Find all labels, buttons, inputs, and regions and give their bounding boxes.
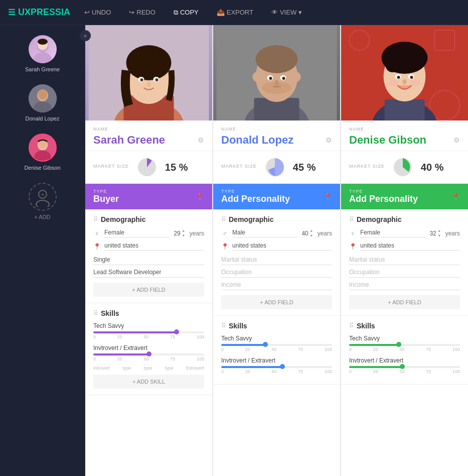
occupation-placeholder-denise[interactable]: Occupation — [349, 267, 460, 278]
skill-bar-2-sarah[interactable] — [93, 353, 204, 355]
type-section-sarah[interactable]: TYPE Buyer 📍 — [85, 184, 212, 209]
add-field-button-denise[interactable]: + ADD FIELD — [349, 295, 460, 309]
occupation-placeholder-donald[interactable]: Occupation — [221, 267, 332, 278]
avatar-add: + — [29, 183, 57, 211]
income-placeholder-denise[interactable]: Income — [349, 280, 460, 290]
type-section-donald[interactable]: TYPE Add Personality 📍 — [213, 184, 340, 209]
age-sarah[interactable]: 29 ▲▼ — [174, 228, 185, 238]
pie-chart-denise — [392, 156, 414, 178]
pie-chart-donald — [264, 156, 286, 178]
demographic-section-sarah: ⠿ Demographic ♀ Female 29 ▲▼ years 📍 uni… — [85, 209, 212, 303]
type-value-sarah: Buyer — [93, 194, 119, 204]
skill-bar-2-donald[interactable] — [221, 366, 332, 368]
svg-point-54 — [394, 54, 404, 64]
sidebar-item-donald[interactable]: Donald Lopez — [0, 78, 85, 128]
skill-bar-1-donald[interactable] — [221, 344, 332, 346]
sidebar-item-denise[interactable]: Denise Gibson — [0, 128, 85, 177]
persona-name-denise[interactable]: Denise Gibson — [349, 134, 426, 147]
settings-icon-denise[interactable]: ⚙ — [453, 136, 460, 144]
gender-denise[interactable]: Female — [360, 229, 425, 237]
age-denise[interactable]: 32 ▲▼ — [429, 228, 441, 238]
sidebar-item-add[interactable]: + + ADD — [0, 177, 85, 226]
svg-point-55 — [406, 53, 416, 63]
market-section-denise: MARKET SIZE 40 % — [341, 151, 468, 184]
persona-name-donald[interactable]: Donald Lopez — [221, 134, 293, 147]
occupation-sarah[interactable]: Lead Software Developer — [93, 267, 204, 278]
persona-photo-donald — [213, 25, 340, 121]
marital-placeholder-denise[interactable]: Marital status — [349, 255, 460, 265]
gender-donald[interactable]: Male — [232, 229, 297, 237]
view-button[interactable]: 👁 VIEW ▾ — [267, 7, 306, 18]
svg-point-61 — [389, 80, 399, 86]
sidebar-label-donald: Donald Lopez — [26, 115, 60, 122]
years-label-sarah: years — [190, 230, 204, 237]
name-label-denise: NAME — [349, 127, 460, 132]
svg-point-60 — [403, 79, 407, 84]
pie-chart-sarah — [136, 156, 158, 178]
persona-column-denise: NAME Denise Gibson ⚙ MARKET SIZE 40 % — [341, 25, 468, 476]
demographic-section-donald: ⠿ Demographic ♂ Male 40 ▲▼ years 📍 unite… — [213, 209, 340, 316]
logo-text: UXPRESSIA — [18, 7, 70, 18]
marital-sarah[interactable]: Single — [93, 255, 204, 265]
location-donald[interactable]: united states — [232, 242, 332, 251]
market-pct-denise: 40 % — [421, 162, 444, 173]
type-pin-icon-sarah: 📍 — [196, 193, 204, 201]
svg-point-58 — [397, 76, 400, 79]
market-section-donald: MARKET SIZE 45 % — [213, 151, 340, 184]
svg-point-59 — [410, 76, 413, 79]
location-icon-donald: 📍 — [221, 243, 228, 250]
settings-icon-sarah[interactable]: ⚙ — [198, 136, 204, 144]
name-label-sarah: NAME — [93, 127, 204, 132]
app-logo: ☰ UXPRESSIA — [8, 7, 70, 18]
redo-button[interactable]: ↪ REDO — [125, 7, 160, 18]
marital-placeholder-donald[interactable]: Marital status — [221, 255, 332, 265]
skills-title-donald: Skills — [229, 322, 247, 330]
skill-label-1-denise: Tech Savvy — [349, 335, 460, 342]
skill-axis-labels-sarah: IntroverttypetypetypeExtravert — [93, 366, 204, 371]
svg-point-37 — [269, 77, 272, 80]
hamburger-icon[interactable]: ☰ — [8, 8, 15, 17]
main-layout: « Sarah Greene — [0, 25, 468, 476]
add-field-button-donald[interactable]: + ADD FIELD — [221, 295, 332, 309]
persona-column-donald: NAME Donald Lopez ⚙ MARKET SIZE 45 % — [213, 25, 340, 476]
export-button[interactable]: 📤 EXPORT — [213, 7, 257, 18]
gender-sarah[interactable]: Female — [104, 229, 170, 237]
add-skill-button-sarah[interactable]: + ADD SKILL — [93, 375, 204, 389]
persona-name-sarah[interactable]: Sarah Greene — [93, 134, 165, 147]
drag-handle-skills-sarah[interactable]: ⠿ — [93, 310, 98, 317]
location-icon-denise: 📍 — [349, 243, 356, 250]
location-denise[interactable]: united states — [360, 242, 460, 251]
sidebar-collapse-button[interactable]: « — [80, 30, 91, 41]
skill-bar-1-denise[interactable] — [349, 344, 460, 346]
type-pin-icon-denise: 📍 — [451, 193, 460, 201]
copy-button[interactable]: ⧉ COPY — [170, 7, 203, 19]
income-placeholder-donald[interactable]: Income — [221, 280, 332, 290]
undo-button[interactable]: ↩ UNDO — [80, 7, 115, 18]
svg-point-25 — [155, 78, 159, 81]
years-label-donald: years — [318, 230, 332, 237]
demographic-title-donald: Demographic — [229, 215, 273, 223]
skill-label-2-sarah: Invtrovert / Extravert — [93, 344, 204, 351]
market-pct-donald: 45 % — [293, 162, 316, 173]
skill-bar-2-denise[interactable] — [349, 366, 460, 368]
drag-handle-demo-sarah[interactable]: ⠿ — [93, 216, 98, 223]
svg-point-24 — [140, 78, 143, 81]
svg-point-8 — [38, 89, 47, 99]
market-section-sarah: MARKET SIZE 15 % — [85, 151, 212, 184]
drag-handle-skills-denise[interactable]: ⠿ — [349, 322, 354, 329]
add-field-button-sarah[interactable]: + ADD FIELD — [93, 283, 204, 297]
sidebar-item-sarah[interactable]: Sarah Greene — [0, 29, 85, 78]
drag-handle-demo-donald[interactable]: ⠿ — [221, 216, 226, 223]
skill-bar-1-sarah[interactable] — [93, 331, 204, 333]
persona-photo-denise — [341, 25, 468, 121]
drag-handle-skills-donald[interactable]: ⠿ — [221, 322, 226, 329]
age-donald[interactable]: 40 ▲▼ — [301, 228, 313, 238]
drag-handle-demo-denise[interactable]: ⠿ — [349, 216, 354, 223]
name-label-donald: NAME — [221, 127, 332, 132]
settings-icon-donald[interactable]: ⚙ — [326, 136, 332, 144]
svg-point-41 — [295, 72, 301, 81]
type-section-denise[interactable]: TYPE Add Personality 📍 — [341, 184, 468, 209]
copy-icon: ⧉ — [174, 9, 178, 17]
export-icon: 📤 — [217, 9, 225, 16]
location-sarah[interactable]: united states — [104, 242, 204, 251]
